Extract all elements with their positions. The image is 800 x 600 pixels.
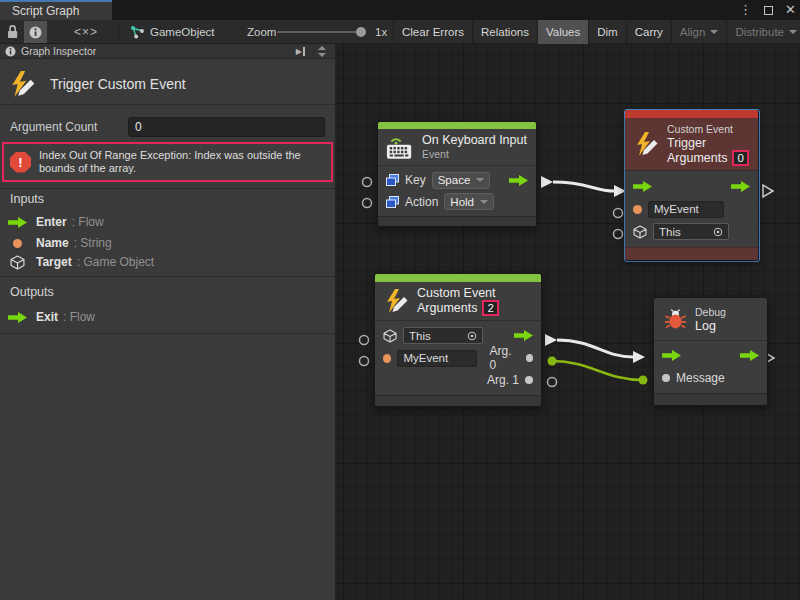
dock-panel-button[interactable]: ▶ xyxy=(293,47,308,56)
node-body: This xyxy=(625,171,758,247)
node-title: On Keyboard Input xyxy=(422,133,527,147)
event-name-input[interactable] xyxy=(648,201,724,218)
zoom-slider-knob[interactable] xyxy=(356,27,366,37)
wire-event-debug[interactable] xyxy=(557,340,633,357)
flow-in-icon[interactable] xyxy=(633,181,652,192)
error-icon: ! xyxy=(10,152,31,173)
toolbar-buttons: Clear Errors Relations Values Dim Carry … xyxy=(393,20,800,44)
input-item-target: Target : Game Object xyxy=(8,254,154,270)
keyboard-event-icon xyxy=(386,134,414,160)
zoom-label: Zoom xyxy=(247,20,276,44)
close-icon[interactable]: ✕ xyxy=(785,0,796,20)
argument-count-input[interactable] xyxy=(128,117,325,137)
flow-row xyxy=(625,176,758,197)
key-label: Key xyxy=(405,173,426,187)
node-color-bar xyxy=(375,274,541,282)
input-item-enter: Enter : Flow xyxy=(8,214,104,230)
node-arguments-line: Arguments 2 xyxy=(417,300,499,316)
output-item-exit: Exit : Flow xyxy=(8,309,95,325)
flow-out-icon[interactable] xyxy=(509,175,528,186)
chevron-down-icon xyxy=(480,200,488,204)
wire-keyboard-trigger[interactable] xyxy=(553,182,614,191)
arg1-row: Arg. 1 xyxy=(375,370,541,391)
chevron-down-icon xyxy=(476,178,484,182)
key-dropdown[interactable]: Space xyxy=(432,172,491,189)
divider xyxy=(0,333,335,334)
values-button[interactable]: Values xyxy=(537,20,588,44)
cube-icon xyxy=(10,255,25,270)
custom-event-icon xyxy=(383,288,409,314)
custom-event-icon xyxy=(8,70,36,98)
outputs-header: Outputs xyxy=(10,285,54,299)
cube-icon xyxy=(633,225,647,239)
node-footer xyxy=(378,216,536,226)
distribute-button[interactable]: Distribute xyxy=(726,20,800,44)
node-footer xyxy=(375,395,541,406)
node-custom-event[interactable]: Custom Event Arguments 2 This xyxy=(374,273,542,407)
node-footer xyxy=(625,247,758,260)
menu-icon[interactable]: ⋮ xyxy=(739,0,752,20)
node-trigger-custom-event[interactable]: Custom Event Trigger Arguments 0 xyxy=(625,110,758,260)
clear-errors-button[interactable]: Clear Errors xyxy=(393,20,472,44)
inspector-header: Graph Inspector ▶ xyxy=(0,44,335,59)
relations-button[interactable]: Relations xyxy=(472,20,537,44)
gameobject-label[interactable]: GameObject xyxy=(150,20,215,44)
node-body: This Arg. 0 Arg. 1 xyxy=(375,321,541,395)
event-name-row: Arg. 0 xyxy=(375,348,541,369)
node-body: Key Space Action Hold xyxy=(378,166,536,216)
inspector-header-title: Graph Inspector xyxy=(21,45,96,57)
inspector-toggle-button[interactable] xyxy=(24,21,47,43)
lock-icon[interactable] xyxy=(6,24,19,41)
node-title: Custom Event xyxy=(417,286,499,300)
dock-icon: ▶ xyxy=(296,47,302,56)
string-port-icon xyxy=(13,239,22,248)
event-name-input[interactable] xyxy=(397,350,477,367)
align-button[interactable]: Align xyxy=(671,20,727,44)
node-category: Custom Event xyxy=(667,122,749,136)
dim-button[interactable]: Dim xyxy=(588,20,625,44)
target-picker-icon xyxy=(713,227,723,237)
target-picker-icon xyxy=(467,331,477,341)
flow-port-icon xyxy=(8,217,27,228)
windows-icon xyxy=(386,196,399,208)
flow-out-icon[interactable] xyxy=(731,181,750,192)
flow-row xyxy=(654,345,767,366)
value-in-port[interactable] xyxy=(662,374,670,382)
flow-out-icon[interactable] xyxy=(740,350,759,361)
node-error-bar xyxy=(625,110,758,118)
node-debug-log[interactable]: Debug Log Message xyxy=(653,297,768,406)
error-message: Index Out Of Range Exception: Index was … xyxy=(39,149,325,175)
event-name-row xyxy=(625,199,758,220)
tab-bar: Script Graph ⋮ ✕ xyxy=(0,0,800,20)
string-port-icon xyxy=(633,205,642,214)
target-dropdown[interactable]: This xyxy=(403,327,483,344)
flow-out-port[interactable] xyxy=(541,176,553,188)
flow-in-icon[interactable] xyxy=(662,350,681,361)
wire-arg0-message[interactable] xyxy=(552,361,643,380)
flow-out-port[interactable] xyxy=(763,185,773,197)
action-dropdown[interactable]: Hold xyxy=(444,193,494,210)
tab-script-graph[interactable]: Script Graph xyxy=(0,0,112,20)
node-title: Trigger xyxy=(667,136,749,150)
node-on-keyboard-input[interactable]: On Keyboard Input Event Key Space xyxy=(377,121,537,227)
target-dropdown[interactable]: This xyxy=(653,223,729,240)
message-row: Message xyxy=(654,368,767,389)
value-out-port[interactable] xyxy=(526,354,534,362)
string-port-icon xyxy=(383,354,391,363)
scroll-spinner[interactable] xyxy=(313,46,330,57)
graph-canvas[interactable]: On Keyboard Input Event Key Space xyxy=(336,44,800,600)
zoom-slider-track[interactable] xyxy=(277,31,365,33)
code-view-icon[interactable]: <×> xyxy=(66,20,106,44)
flow-out-port[interactable] xyxy=(545,334,557,346)
flow-port-icon xyxy=(8,312,27,323)
node-subtitle: Event xyxy=(422,147,527,161)
node-arguments-line: Arguments 0 xyxy=(667,150,749,166)
chevron-down-icon xyxy=(710,30,718,34)
flow-out-icon[interactable] xyxy=(514,330,533,341)
gameobject-icon xyxy=(130,25,145,41)
carry-button[interactable]: Carry xyxy=(626,20,671,44)
port-row-key: Key Space xyxy=(378,170,536,191)
value-out-port[interactable] xyxy=(525,376,533,384)
maximize-icon[interactable] xyxy=(764,6,773,15)
divider xyxy=(0,276,335,277)
